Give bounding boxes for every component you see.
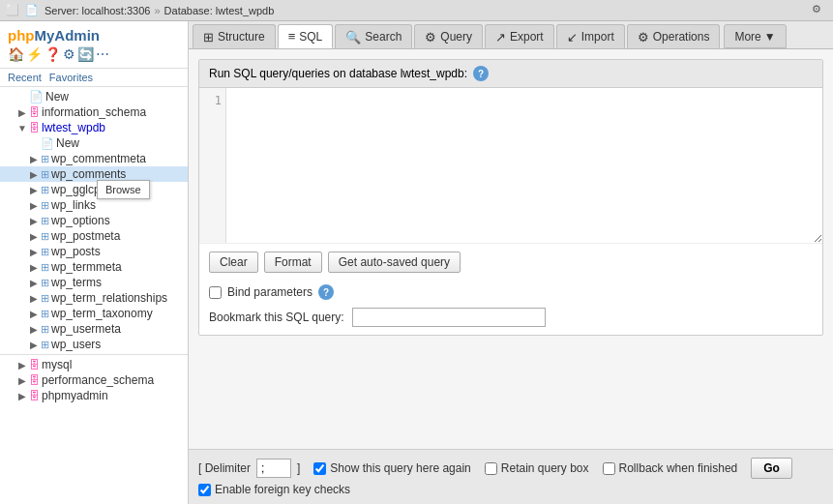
table-wp-users[interactable]: ▶ ⊞ wp_users	[0, 337, 188, 352]
foreign-keys-checkbox[interactable]	[198, 484, 211, 496]
tab-export[interactable]: ↗ Export	[485, 24, 554, 48]
recent-link[interactable]: Recent	[8, 72, 42, 83]
tab-sql[interactable]: ≡ SQL	[278, 24, 334, 48]
rollback-text: Rollback when finished	[619, 461, 738, 475]
sql-textarea[interactable]	[226, 88, 822, 243]
bind-params-checkbox[interactable]	[209, 286, 222, 299]
expand-icon: ▶	[27, 338, 41, 351]
sql-help-icon[interactable]: ?	[473, 66, 489, 81]
table-icon: ⊞	[41, 277, 49, 289]
expand-icon: ▶	[27, 276, 41, 289]
go-button[interactable]: Go	[751, 458, 792, 479]
sql-editor-wrap: 1	[199, 88, 822, 243]
table-wp-usermeta[interactable]: ▶ ⊞ wp_usermeta	[0, 321, 188, 337]
tab-search[interactable]: 🔍 Search	[335, 24, 412, 48]
table-icon: ⊞	[41, 230, 49, 243]
table-icon: ⊞	[41, 323, 49, 336]
show-query-checkbox[interactable]	[313, 462, 326, 475]
table-wp-terms[interactable]: ▶ ⊞ wp_terms	[0, 275, 188, 290]
expand-icon: ▶	[27, 198, 41, 212]
pma-icon-bar: 🏠 ⚡ ❓ ⚙ 🔄 ⋯	[8, 46, 180, 62]
expand-icon: ▶	[27, 167, 41, 181]
tree-divider	[0, 354, 188, 355]
expand-icon: ▼	[15, 121, 29, 134]
bind-params-label[interactable]: Bind parameters	[227, 285, 312, 299]
settings-icon[interactable]: ⚙	[63, 46, 75, 62]
tab-structure[interactable]: ⊞ Structure	[193, 24, 276, 48]
table-wp-postmeta[interactable]: ▶ ⊞ wp_postmeta	[0, 228, 188, 244]
table-wp-commentmeta[interactable]: ▶ ⊞ wp_commentmeta	[0, 151, 188, 166]
table-icon: ⊞	[41, 308, 49, 320]
delimiter-close-label: ]	[297, 461, 300, 475]
home-icon[interactable]: 🏠	[8, 46, 24, 62]
expand-icon: ▶	[27, 183, 41, 196]
table-wp-posts[interactable]: ▶ ⊞ wp_posts	[0, 244, 188, 259]
foreign-keys-text: Enable foreign key checks	[215, 483, 350, 496]
sql-icon[interactable]: ⚡	[26, 46, 43, 62]
browse-tooltip[interactable]: Browse	[97, 180, 150, 199]
db-performance-schema[interactable]: ▶ 🗄 performance_schema	[0, 372, 188, 388]
root-new-item[interactable]: 📄 New	[0, 89, 188, 104]
favorites-link[interactable]: Favorites	[49, 72, 93, 83]
get-autosaved-button[interactable]: Get auto-saved query	[328, 252, 461, 273]
bind-params-row: Bind parameters ?	[199, 281, 822, 304]
recent-favorites-bar: Recent Favorites	[0, 69, 188, 87]
tab-operations[interactable]: ⚙ Operations	[627, 24, 721, 48]
chevron-down-icon: ▼	[764, 30, 776, 44]
db-mysql[interactable]: ▶ 🗄 mysql	[0, 357, 188, 372]
retain-query-checkbox[interactable]	[485, 462, 497, 475]
tab-structure-label: Structure	[218, 30, 265, 44]
page-icon: 📄	[25, 4, 39, 16]
table-wp-options[interactable]: ▶ ⊞ wp_options	[0, 213, 188, 228]
db-icon: 🗄	[29, 390, 40, 401]
expand-icon: ▶	[15, 358, 29, 371]
db-icon: 🗄	[29, 374, 40, 386]
retain-query-label[interactable]: Retain query box	[485, 461, 589, 475]
db-label: lwtest_wpdb	[42, 121, 105, 134]
bookmark-row: Bookmark this SQL query:	[199, 304, 822, 335]
operations-tab-icon: ⚙	[638, 30, 649, 44]
content-area: Run SQL query/queries on database lwtest…	[189, 49, 833, 449]
db-label: mysql	[42, 358, 72, 371]
expand-icon: ▶	[15, 373, 29, 387]
db-phpmyadmin[interactable]: ▶ 🗄 phpmyadmin	[0, 388, 188, 403]
rollback-checkbox[interactable]	[603, 462, 615, 475]
show-query-label[interactable]: Show this query here again	[313, 461, 470, 475]
rollback-label[interactable]: Rollback when finished	[603, 461, 738, 475]
logo-php: php	[8, 27, 35, 44]
table-wp-comments[interactable]: ▶ ⊞ wp_comments Browse	[0, 166, 188, 182]
db-information-schema[interactable]: ▶ 🗄 information_schema	[0, 104, 188, 120]
refresh-icon[interactable]: 🔄	[77, 46, 94, 62]
table-wp-term-taxonomy[interactable]: ▶ ⊞ wp_term_taxonomy	[0, 306, 188, 321]
table-label: wp_posts	[51, 245, 101, 258]
table-wp-termmeta[interactable]: ▶ ⊞ wp_termmeta	[0, 259, 188, 275]
foreign-keys-label[interactable]: Enable foreign key checks	[198, 483, 350, 496]
titlebar: ⬜ 📄 Server: localhost:3306 » Database: l…	[0, 0, 833, 21]
table-label: wp_options	[51, 214, 110, 227]
table-wp-term-relationships[interactable]: ▶ ⊞ wp_term_relationships	[0, 290, 188, 306]
more-icon[interactable]: ⋯	[96, 46, 109, 62]
help-icon[interactable]: ❓	[45, 46, 61, 62]
table-label: wp_termmeta	[51, 260, 122, 274]
tab-query[interactable]: ⚙ Query	[414, 24, 483, 48]
delimiter-input[interactable]	[256, 459, 291, 478]
bookmark-input[interactable]	[352, 308, 546, 327]
pma-logo: phpMyAdmin 🏠 ⚡ ❓ ⚙ 🔄 ⋯	[0, 21, 188, 69]
db-lwtest-wpdb[interactable]: ▼ 🗄 lwtest_wpdb	[0, 120, 188, 135]
clear-button[interactable]: Clear	[209, 252, 258, 273]
table-icon: ⊞	[41, 168, 49, 181]
table-icon: ⊞	[41, 153, 49, 165]
table-wp-gglcpts[interactable]: ▶ ⊞ wp_gglcpts	[0, 182, 188, 197]
table-label: wp_term_relationships	[51, 291, 167, 305]
sql-header: Run SQL query/queries on database lwtest…	[199, 60, 822, 88]
window-icon: ⬜	[6, 4, 19, 16]
table-wp-links[interactable]: ▶ ⊞ wp_links	[0, 197, 188, 213]
bind-params-help-icon[interactable]: ?	[318, 284, 334, 300]
settings-icon[interactable]: ⚙	[812, 3, 827, 18]
tab-more[interactable]: More ▼	[724, 24, 786, 48]
format-button[interactable]: Format	[264, 252, 322, 273]
table-label: wp_links	[51, 198, 96, 212]
tab-import[interactable]: ↙ Import	[556, 24, 625, 48]
table-icon: ⊞	[41, 292, 49, 305]
table-new[interactable]: 📄 New	[0, 135, 188, 151]
